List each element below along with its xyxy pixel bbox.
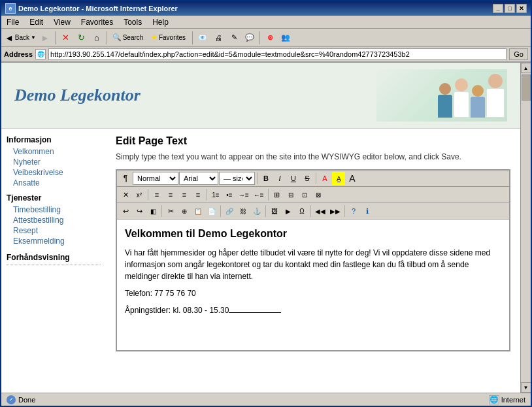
edit-button[interactable]: ✎ xyxy=(227,31,241,45)
close-button[interactable]: ✕ xyxy=(516,4,527,13)
maximize-button[interactable]: □ xyxy=(505,4,515,13)
editor-phone: Telefon: 77 75 76 70 xyxy=(125,287,501,299)
print-button[interactable]: 🖨 xyxy=(211,31,225,45)
editor-link-btn[interactable]: 🔗 xyxy=(223,204,236,218)
scroll-down-arrow[interactable]: ▼ xyxy=(521,382,531,393)
editor-cut-btn[interactable]: ✕ xyxy=(119,188,132,201)
editor-unlink-btn[interactable]: ⛓ xyxy=(237,204,250,218)
home-button[interactable]: ⌂ xyxy=(90,31,104,45)
sidebar-link-attestbestilling[interactable]: Attestbestilling xyxy=(7,215,101,225)
browser-toolbar: ◄ Back ▼ ► ✕ ↻ ⌂ 🔍 Search ★ Favorites xyxy=(1,29,531,47)
editor-superscript-btn[interactable]: x² xyxy=(133,188,146,201)
scrollbar-right[interactable]: ▲ ▼ xyxy=(520,63,531,393)
editor-toolbar-row1: ¶ Normal Arial — size — xyxy=(117,171,509,187)
stop-button[interactable]: ✕ xyxy=(58,31,73,45)
editor-bold-btn[interactable]: B xyxy=(259,172,273,185)
page-scroll[interactable]: Demo Legekontor xyxy=(1,63,520,393)
editor-scissors-btn[interactable]: ✂ xyxy=(164,204,177,218)
sidebar-link-timebestilling[interactable]: Timebestilling xyxy=(7,204,101,215)
editor-underline-btn[interactable]: U xyxy=(287,172,300,185)
zone-icon: 🌐 xyxy=(489,395,499,404)
scroll-up-arrow[interactable]: ▲ xyxy=(521,63,531,73)
address-input[interactable] xyxy=(48,48,507,60)
editor-list-unordered-btn[interactable]: •≡ xyxy=(223,188,236,201)
menu-tools[interactable]: Tools xyxy=(121,17,144,27)
editor-indent-btn[interactable]: →≡ xyxy=(237,188,251,201)
editor-italic-btn[interactable]: I xyxy=(273,172,286,185)
discuss-button[interactable]: 💬 xyxy=(242,31,257,45)
menu-favorites[interactable]: Favorites xyxy=(78,17,116,27)
editor-align-center-btn[interactable]: ≡ xyxy=(164,188,177,201)
menu-bar: File Edit View Favorites Tools Help xyxy=(1,16,531,29)
editor-anchor-btn[interactable]: ⚓ xyxy=(250,204,263,218)
editor-prev-btn[interactable]: ◀◀ xyxy=(313,204,327,218)
editor-table-col-btn[interactable]: ⊡ xyxy=(298,188,311,201)
editor-outdent-btn[interactable]: ←≡ xyxy=(252,188,266,201)
editor-content-area[interactable]: Velkommen til Demo Legekontor Vi har fåt… xyxy=(117,220,509,350)
search-button[interactable]: 🔍 Search xyxy=(110,31,146,45)
scroll-thumb[interactable] xyxy=(522,74,531,101)
sidebar-link-ansatte[interactable]: Ansatte xyxy=(7,178,101,188)
editor-toolbar-row2: ✕ x² ≡ ≡ ≡ ≡ 1≡ •≡ →≡ xyxy=(117,187,509,203)
media-button[interactable]: 📧 xyxy=(195,31,210,45)
refresh-button[interactable]: ↻ xyxy=(74,31,88,45)
title-bar: e Demo Legekontor - Microsoft Internet E… xyxy=(1,1,531,16)
sidebar-section-tjenester: Tjenester xyxy=(7,193,101,203)
editor-align-right-btn[interactable]: ≡ xyxy=(178,188,191,201)
editor-size-select[interactable]: — size — xyxy=(219,172,255,185)
editor-align-justify-btn[interactable]: ≡ xyxy=(191,188,205,201)
editor-paragraph-btn[interactable]: ¶ xyxy=(119,172,132,185)
status-bar: ✓ Done 🌐 Internet xyxy=(1,393,531,406)
editor-copy-btn[interactable]: ⊕ xyxy=(178,204,191,218)
wysiwyg-editor: ¶ Normal Arial — size — xyxy=(116,169,510,351)
site-header: Demo Legekontor xyxy=(1,63,520,129)
editor-merge-btn[interactable]: ⊠ xyxy=(312,188,325,201)
editor-fontcolor-btn[interactable]: A xyxy=(318,172,331,185)
editor-highlight-btn[interactable]: A̲ xyxy=(332,172,345,185)
editor-paste-btn[interactable]: 📋 xyxy=(191,204,205,218)
editor-next-btn[interactable]: ▶▶ xyxy=(328,204,342,218)
editor-help-btn[interactable]: ? xyxy=(347,204,360,218)
editor-align-left-btn[interactable]: ≡ xyxy=(150,188,163,201)
toolbar-sep-2 xyxy=(107,31,107,44)
browser-window: e Demo Legekontor - Microsoft Internet E… xyxy=(0,0,532,407)
sidebar-link-velkommen[interactable]: Velkommen xyxy=(7,146,101,157)
menu-view[interactable]: View xyxy=(51,17,73,27)
editor-info-btn[interactable]: ℹ xyxy=(361,204,374,218)
sidebar-link-eksemmelding[interactable]: Eksemmelding xyxy=(7,236,101,246)
editor-pastetext-btn[interactable]: 📄 xyxy=(205,204,218,218)
menu-edit[interactable]: Edit xyxy=(27,17,46,27)
sidebar-link-resept[interactable]: Resept xyxy=(7,225,101,236)
editor-special-btn[interactable]: Ω xyxy=(295,204,308,218)
menu-help[interactable]: Help xyxy=(150,17,171,27)
editor-size-up-btn[interactable]: A xyxy=(346,172,359,185)
menu-file[interactable]: File xyxy=(4,17,22,27)
editor-hours: Åpningstider: kl. 08.30 - 15.30 xyxy=(125,304,501,316)
editor-redo-btn[interactable]: ↪ xyxy=(133,204,146,218)
favorites-button[interactable]: ★ Favorites xyxy=(147,31,190,45)
editor-undo-btn[interactable]: ↩ xyxy=(119,204,132,218)
editor-source-btn[interactable]: ◧ xyxy=(146,204,159,218)
content-area: Demo Legekontor xyxy=(1,63,531,393)
messenger-button[interactable]: 👥 xyxy=(278,31,293,45)
editor-image-btn[interactable]: 🖼 xyxy=(268,204,281,218)
delete-button[interactable]: ⊗ xyxy=(263,31,277,45)
editor-format-select[interactable]: Normal xyxy=(133,172,178,185)
editor-strikethrough-btn[interactable]: S xyxy=(301,172,314,185)
editor-table-btn[interactable]: ⊞ xyxy=(271,188,284,201)
editor-toolbar-row3: ↩ ↪ ◧ ✂ ⊕ 📋 📄 🔗 ⛓ ⚓ xyxy=(117,203,509,220)
sidebar-link-veibeskrivelse[interactable]: Veibeskrivelse xyxy=(7,167,101,178)
editor-media-btn[interactable]: ▶ xyxy=(282,204,295,218)
sidebar-section-informasjon: Informasjon xyxy=(7,135,101,144)
editor-table-row-btn[interactable]: ⊟ xyxy=(284,188,297,201)
editor-font-select[interactable]: Arial xyxy=(179,172,218,185)
editor-paragraph-1: Vi har fått hjemmesider og håper dette t… xyxy=(125,247,501,282)
go-button[interactable]: Go xyxy=(509,48,528,60)
forward-button[interactable]: ► xyxy=(38,31,52,45)
editor-list-ordered-btn[interactable]: 1≡ xyxy=(209,188,222,201)
doctor-1 xyxy=(438,83,452,118)
minimize-button[interactable]: _ xyxy=(493,4,503,13)
text-cursor xyxy=(229,312,281,313)
sidebar-link-nyheter[interactable]: Nyheter xyxy=(7,157,101,167)
back-button[interactable]: ◄ Back ▼ xyxy=(4,31,37,45)
